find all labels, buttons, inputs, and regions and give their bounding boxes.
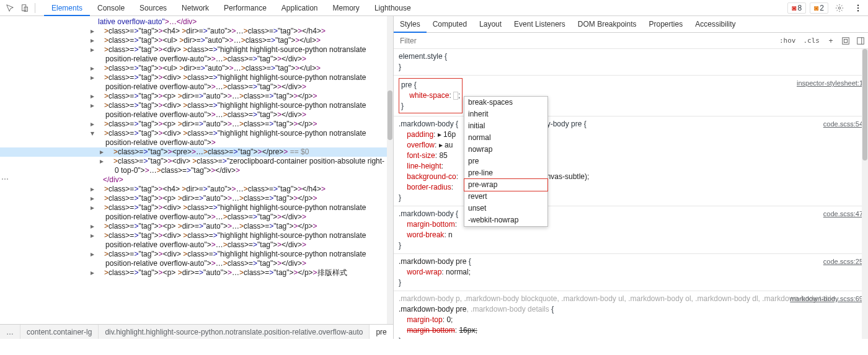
dom-node[interactable]: >class>=>"tag">><h4> >dir>=>"auto">>…>cl… xyxy=(0,27,393,36)
svg-rect-6 xyxy=(843,37,849,44)
css-rule[interactable]: element.style {} xyxy=(394,49,868,76)
styles-tab-event-listeners[interactable]: Event Listeners xyxy=(508,16,572,33)
rule-source[interactable]: markdown-body.scss:69 xyxy=(790,294,863,304)
dom-panel: lative overflow-auto">…</div>>class>=>"t… xyxy=(0,16,394,339)
styles-tab-computed[interactable]: Computed xyxy=(427,16,473,33)
svg-rect-7 xyxy=(844,39,847,42)
computed-toggle-icon[interactable] xyxy=(838,33,853,49)
top-tab-sources[interactable]: Sources xyxy=(132,0,174,16)
dom-node[interactable]: >class>=>"tag">><div> >class>=>"highligh… xyxy=(0,231,393,250)
dom-node[interactable]: >class>=>"tag">><div> >class>=>"highligh… xyxy=(0,101,393,120)
autocomplete-item[interactable]: unset xyxy=(464,203,547,214)
dom-node[interactable]: >class>=>"tag">><p> >dir>=>"auto">>…>cla… xyxy=(0,92,393,101)
filter-row: :hov .cls + xyxy=(394,33,868,49)
devtools-toolbar: ElementsConsoleSourcesNetworkPerformance… xyxy=(0,0,868,16)
top-tab-elements[interactable]: Elements xyxy=(44,0,90,16)
styles-tab-dom-breakpoints[interactable]: DOM Breakpoints xyxy=(572,16,643,33)
styles-tab-accessibility[interactable]: Accessibility xyxy=(689,16,742,33)
autocomplete-item[interactable]: nowrap xyxy=(464,144,547,156)
dom-node[interactable]: >class>=>"tag">><p> >dir>=>"auto">>…>cla… xyxy=(0,120,393,129)
rule-source[interactable]: code.scss:47 xyxy=(823,209,863,219)
autocomplete-item[interactable]: revert xyxy=(464,191,547,203)
dom-node[interactable]: >class>=>"tag">><div> >class>=>"highligh… xyxy=(0,203,393,222)
dom-node[interactable]: </div> xyxy=(0,175,393,185)
dom-node[interactable]: >class>=>"tag">><pre>>…>class>=>"tag">><… xyxy=(0,147,393,157)
autocomplete-item[interactable]: inherit xyxy=(464,108,547,120)
autocomplete-item[interactable]: pre xyxy=(464,156,547,167)
crumb[interactable]: content.container-lg xyxy=(20,325,98,340)
svg-rect-8 xyxy=(857,37,864,44)
dom-node[interactable]: >class>=>"tag">><ul> >dir>=>"auto">>…>cl… xyxy=(0,64,393,73)
svg-point-5 xyxy=(857,10,859,11)
autocomplete-item[interactable]: -webkit-nowrap xyxy=(464,214,547,226)
dom-node[interactable]: >class>=>"tag">><div> >class>=>"zeroclip… xyxy=(0,157,393,175)
dom-node[interactable]: >class>=>"tag">><div> >class>=>"highligh… xyxy=(0,73,393,92)
css-rule[interactable]: code.scss:25.markdown-body pre { word-wr… xyxy=(394,254,868,291)
cls-button[interactable]: .cls xyxy=(800,33,824,49)
dom-node[interactable]: >class>=>"tag">><h4> >dir>=>"auto">>…>cl… xyxy=(0,185,393,194)
autocomplete-item[interactable]: pre-wrap xyxy=(464,178,548,191)
error-count-badge[interactable]: ◙8 xyxy=(787,2,806,14)
autocomplete-item[interactable]: normal xyxy=(464,132,547,144)
dom-node[interactable]: >class>=>"tag">><div> >class>=>"highligh… xyxy=(0,250,393,268)
top-tab-lighthouse[interactable]: Lighthouse xyxy=(367,0,418,16)
styles-tab-properties[interactable]: Properties xyxy=(643,16,689,33)
dom-scrollbar[interactable] xyxy=(387,16,393,326)
crumb[interactable]: pre xyxy=(369,325,392,340)
styles-tab-layout[interactable]: Layout xyxy=(473,16,508,33)
top-tab-performance[interactable]: Performance xyxy=(216,0,274,16)
top-tab-memory[interactable]: Memory xyxy=(326,0,367,16)
dock-icon[interactable] xyxy=(853,33,868,49)
more-icon[interactable] xyxy=(851,1,866,15)
filter-input[interactable] xyxy=(394,33,776,48)
styles-tab-styles[interactable]: Styles xyxy=(394,16,427,33)
hov-button[interactable]: :hov xyxy=(776,33,800,49)
rule-source[interactable]: code.scss:54 xyxy=(823,119,863,129)
dom-tree[interactable]: lative overflow-auto">…</div>>class>=>"t… xyxy=(0,16,393,279)
svg-point-2 xyxy=(838,7,841,9)
rule-source[interactable]: inspector-stylesheet:1 xyxy=(797,78,863,89)
svg-point-4 xyxy=(857,7,859,8)
styles-scrollbar[interactable] xyxy=(862,49,868,339)
breadcrumbs: …content.container-lgdiv.highlight.highl… xyxy=(0,324,393,339)
autocomplete-item[interactable]: initial xyxy=(464,120,547,132)
css-rule[interactable]: markdown-body.scss:69.markdown-body p, .… xyxy=(394,291,868,339)
dom-node[interactable]: >class>=>"tag">><p> >dir>=>"auto">>…>cla… xyxy=(0,194,393,203)
dom-node[interactable]: >class>=>"tag">><ul> >dir>=>"auto">>…>cl… xyxy=(0,36,393,45)
crumb[interactable]: div.highlight.highlight-source-python.no… xyxy=(98,325,369,340)
dom-node[interactable]: >class>=>"tag">><p> >dir>=>"auto">>…>cla… xyxy=(0,268,393,278)
dom-node[interactable]: >class>=>"tag">><div> >class>=>"highligh… xyxy=(0,45,393,64)
inspect-icon[interactable] xyxy=(2,1,17,15)
autocomplete-popup[interactable]: break-spacesinheritinitialnormalnowrappr… xyxy=(464,96,548,227)
autocomplete-item[interactable]: break-spaces xyxy=(464,97,547,108)
gutter-ellipsis: ⋯ xyxy=(1,175,9,183)
dom-node[interactable]: lative overflow-auto">…</div> xyxy=(0,17,393,27)
top-tab-network[interactable]: Network xyxy=(174,0,216,16)
crumb[interactable]: … xyxy=(0,325,20,340)
top-tab-application[interactable]: Application xyxy=(274,0,326,16)
dom-node[interactable]: >class>=>"tag">><div> >class>=>"highligh… xyxy=(0,129,393,147)
device-icon[interactable] xyxy=(17,1,32,15)
autocomplete-item[interactable]: pre-line xyxy=(464,167,547,179)
new-rule-icon[interactable]: + xyxy=(823,33,838,49)
settings-icon[interactable] xyxy=(832,1,847,15)
rule-source[interactable]: code.scss:25 xyxy=(823,256,863,267)
svg-point-3 xyxy=(857,4,859,6)
warning-count-badge[interactable]: ◙2 xyxy=(810,2,828,14)
dom-node[interactable]: >class>=>"tag">><p> >dir>=>"auto">>…>cla… xyxy=(0,222,393,231)
top-tab-console[interactable]: Console xyxy=(90,0,132,16)
